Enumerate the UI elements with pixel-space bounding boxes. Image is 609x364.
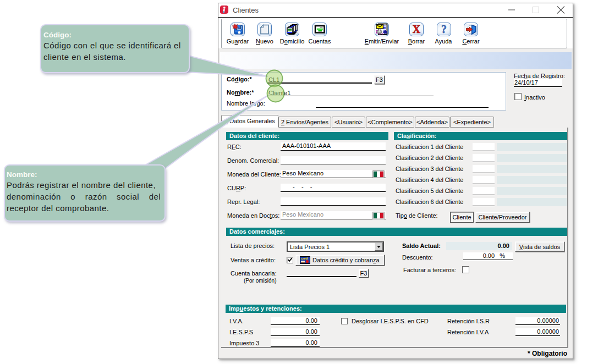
svg-text:credi: credi: [301, 257, 309, 260]
svg-text:?: ?: [441, 23, 447, 35]
svg-text:X: X: [413, 23, 421, 35]
